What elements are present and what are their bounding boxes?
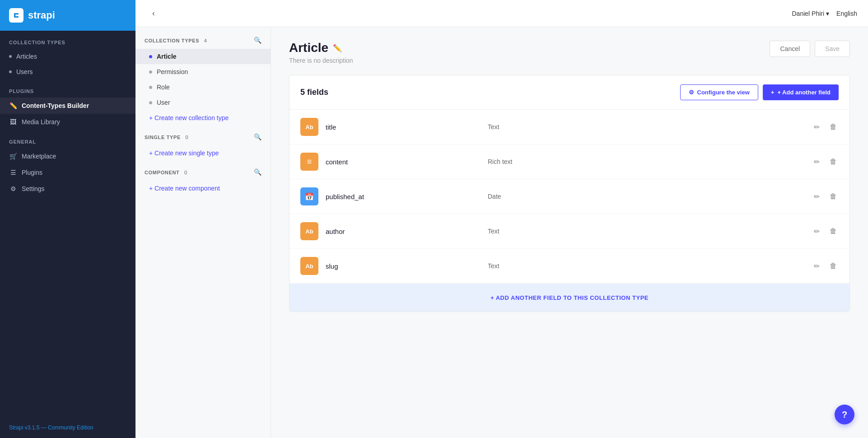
plus-icon: + <box>771 89 775 96</box>
topbar-right: Daniel Phiri ▾ English <box>792 10 857 17</box>
fields-card-header: 5 fields ⚙ Configure the view + + Add an… <box>289 75 849 110</box>
sidebar-item-label: Settings <box>22 185 45 192</box>
field-actions: ✏ 🗑 <box>812 191 839 203</box>
sidebar-item-label: Users <box>16 68 33 75</box>
edit-field-button[interactable]: ✏ <box>812 260 821 272</box>
sidebar-item-plugins[interactable]: ☰ Plugins <box>0 164 135 181</box>
cancel-button[interactable]: Cancel <box>770 41 810 57</box>
add-field-button[interactable]: + + Add another field <box>763 84 839 100</box>
search-icon[interactable]: 🔍 <box>254 133 261 140</box>
configure-view-button[interactable]: ⚙ Configure the view <box>680 84 758 100</box>
save-button[interactable]: Save <box>815 41 850 57</box>
delete-field-button[interactable]: 🗑 <box>828 225 839 237</box>
fields-actions: ⚙ Configure the view + + Add another fie… <box>680 84 839 100</box>
field-type-icon: Ab <box>300 222 318 240</box>
content-description: There is no description <box>289 57 353 64</box>
sidebar-item-content-types-builder[interactable]: ✏️ Content-Types Builder <box>0 98 135 114</box>
sidebar-logo: strapi <box>0 0 135 31</box>
sidebar-section-plugins: PLUGINS ✏️ Content-Types Builder 🖼 Media… <box>0 79 135 130</box>
sidebar-item-marketplace[interactable]: 🛒 Marketplace <box>0 148 135 164</box>
content-header: Article ✏️ There is no description Cance… <box>289 41 850 64</box>
sidebar: strapi COLLECTION TYPES Articles Users P… <box>0 0 135 438</box>
field-type: Text <box>488 262 812 270</box>
delete-field-button[interactable]: 🗑 <box>828 156 839 168</box>
sidebar-section-collection-types: COLLECTION TYPES Articles Users <box>0 31 135 79</box>
topbar: ‹ Daniel Phiri ▾ English <box>135 0 868 27</box>
panel-single-type-header: SINGLE TYPE 0 🔍 <box>135 133 271 145</box>
field-name: author <box>326 228 488 235</box>
field-name: content <box>326 158 488 166</box>
search-icon[interactable]: 🔍 <box>254 168 261 176</box>
panel-collection-types-header: COLLECTION TYPES 4 🔍 <box>135 36 271 49</box>
field-type-icon: ≡ <box>300 153 318 171</box>
field-name: title <box>326 123 488 131</box>
field-name: published_at <box>326 193 488 200</box>
panel-item-user[interactable]: User <box>135 95 271 110</box>
field-type-icon: Ab <box>300 118 318 136</box>
sidebar-item-users[interactable]: Users <box>0 64 135 79</box>
dot-icon <box>9 55 12 58</box>
store-icon: 🛒 <box>9 152 17 160</box>
edit-title-icon[interactable]: ✏️ <box>333 44 342 52</box>
delete-field-button[interactable]: 🗑 <box>828 191 839 202</box>
main-content: Article ✏️ There is no description Cance… <box>271 27 868 438</box>
create-single-link[interactable]: + Create new single type <box>135 145 271 161</box>
content-title-area: Article ✏️ There is no description <box>289 41 353 64</box>
sidebar-item-label: Plugins <box>22 169 42 176</box>
panel-item-role[interactable]: Role <box>135 79 271 95</box>
field-row: Ab slug Text ✏ 🗑 <box>289 249 849 284</box>
edit-field-button[interactable]: ✏ <box>812 121 821 133</box>
edit-field-button[interactable]: ✏ <box>812 156 821 168</box>
panel-item-label: Role <box>157 84 170 91</box>
create-component-link[interactable]: + Create new component <box>135 181 271 196</box>
field-type: Rich text <box>488 158 812 165</box>
middle-panel: COLLECTION TYPES 4 🔍 Article Permission … <box>135 27 271 438</box>
dot-icon <box>149 101 152 104</box>
help-button[interactable]: ? <box>835 405 854 424</box>
sidebar-section-general: GENERAL 🛒 Marketplace ☰ Plugins ⚙ Settin… <box>0 130 135 197</box>
create-component-label: + Create new component <box>149 185 220 192</box>
strapi-logo-icon <box>9 8 23 23</box>
back-button[interactable]: ‹ <box>146 6 161 21</box>
main-area: ‹ Daniel Phiri ▾ English COLLECTION TYPE… <box>135 0 868 438</box>
panel-item-permission[interactable]: Permission <box>135 64 271 79</box>
field-type: Text <box>488 228 812 235</box>
create-collection-label: + Create new collection type <box>149 114 229 121</box>
search-icon[interactable]: 🔍 <box>254 37 261 44</box>
edit-field-button[interactable]: ✏ <box>812 225 821 238</box>
header-actions: Cancel Save <box>770 41 850 57</box>
delete-field-button[interactable]: 🗑 <box>828 121 839 133</box>
panel-single-type-title: SINGLE TYPE 0 <box>145 133 188 141</box>
create-single-label: + Create new single type <box>149 149 219 157</box>
add-field-footer[interactable]: + ADD ANOTHER FIELD TO THIS COLLECTION T… <box>289 284 849 312</box>
delete-field-button[interactable]: 🗑 <box>828 260 839 272</box>
sidebar-item-articles[interactable]: Articles <box>0 49 135 64</box>
sidebar-item-label: Marketplace <box>22 153 56 160</box>
field-type-icon: 📅 <box>300 187 318 205</box>
sidebar-item-settings[interactable]: ⚙ Settings <box>0 181 135 197</box>
sidebar-section-title-plugins: PLUGINS <box>0 79 135 98</box>
sidebar-footer: Strapi v3.1.5 — Community Edition <box>0 417 135 438</box>
language-label: English <box>836 10 857 17</box>
panel-item-label: User <box>157 99 170 106</box>
sidebar-item-media-library[interactable]: 🖼 Media Library <box>0 114 135 130</box>
pencil-icon: ✏️ <box>9 102 17 110</box>
create-collection-link[interactable]: + Create new collection type <box>135 110 271 126</box>
dot-icon <box>149 55 152 58</box>
fields-card: 5 fields ⚙ Configure the view + + Add an… <box>289 75 850 312</box>
field-actions: ✏ 🗑 <box>812 260 839 272</box>
panel-component-header: COMPONENT 0 🔍 <box>135 168 271 181</box>
panel-item-label: Permission <box>157 68 188 75</box>
gear-icon: ⚙ <box>9 185 17 193</box>
fields-count: 5 fields <box>300 88 328 97</box>
content-wrapper: COLLECTION TYPES 4 🔍 Article Permission … <box>135 27 868 438</box>
field-row: Ab title Text ✏ 🗑 <box>289 110 849 144</box>
user-menu[interactable]: Daniel Phiri ▾ <box>792 10 829 17</box>
sidebar-logo-text: strapi <box>28 9 55 21</box>
field-type-icon: Ab <box>300 257 318 275</box>
field-row: ≡ content Rich text ✏ 🗑 <box>289 144 849 179</box>
field-row: 📅 published_at Date ✏ 🗑 <box>289 179 849 214</box>
list-icon: ☰ <box>9 168 17 177</box>
edit-field-button[interactable]: ✏ <box>812 191 821 203</box>
panel-item-article[interactable]: Article <box>135 49 271 64</box>
